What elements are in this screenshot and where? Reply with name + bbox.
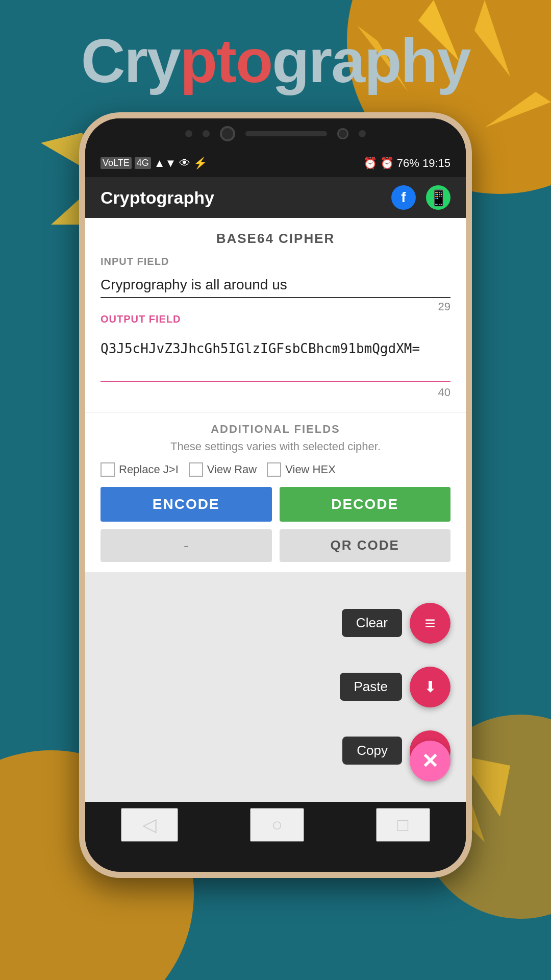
signal-icon: ▲▼: [154, 157, 177, 170]
input-char-count: 29: [101, 300, 450, 313]
battery-level: ⏰ 76% 19:15: [380, 157, 450, 170]
additional-desc: These settings varies with selected ciph…: [101, 440, 450, 453]
page-title: Cryptography: [0, 26, 551, 96]
encode-button[interactable]: ENCODE: [101, 487, 272, 522]
recent-button[interactable]: □: [376, 808, 430, 842]
dash-qr-row: - QR CODE: [101, 529, 450, 562]
additional-section: ADDITIONAL FIELDS These settings varies …: [85, 412, 466, 572]
app-bar: Cryptography f 📱: [85, 177, 466, 218]
screen-wrapper: VoLTE 4G ▲▼ 👁 ⚡ ⏰ ⏰ 76% 19:15 Cryptograp…: [85, 118, 466, 872]
whatsapp-button[interactable]: 📱: [426, 185, 450, 210]
checkbox-replace-label: Replace J>I: [119, 463, 179, 476]
notch-area: [85, 118, 466, 149]
output-char-count: 40: [101, 386, 450, 399]
cipher-title: BASE64 CIPHER: [101, 231, 450, 247]
checkbox-view-hex-box[interactable]: [267, 462, 281, 477]
status-left: VoLTE 4G ▲▼ 👁 ⚡: [101, 157, 207, 170]
usb-icon: ⚡: [193, 157, 207, 170]
fab-area: Clear ≡ Paste ⬇ Copy 📋: [85, 572, 466, 802]
clear-fab-button[interactable]: ≡: [410, 603, 450, 644]
input-field-label: INPUT FIELD: [101, 256, 450, 267]
clear-label[interactable]: Clear: [342, 609, 402, 637]
facebook-icon: f: [401, 189, 406, 206]
close-fab-button[interactable]: ✕: [410, 741, 450, 781]
notch-dot-1: [185, 130, 192, 137]
output-field[interactable]: Q3J5cHJvZ3JhcGh5IGlzIGFsbCBhcm91bmQgdXM=: [101, 335, 450, 382]
qr-code-button[interactable]: QR CODE: [280, 529, 451, 562]
paste-fab-button[interactable]: ⬇: [410, 667, 450, 707]
home-button[interactable]: ○: [250, 808, 304, 842]
checkbox-view-raw-label: View Raw: [207, 463, 257, 476]
dash-button[interactable]: -: [101, 529, 272, 562]
facebook-button[interactable]: f: [391, 185, 416, 210]
output-field-label: OUTPUT FIELD: [101, 313, 450, 325]
checkbox-replace-box[interactable]: [101, 462, 115, 477]
front-camera: [220, 126, 235, 141]
encode-decode-row: ENCODE DECODE: [101, 487, 450, 522]
close-icon: ✕: [421, 749, 439, 773]
input-field[interactable]: [101, 273, 450, 298]
title-pto: pto: [180, 27, 272, 95]
status-bar: VoLTE 4G ▲▼ 👁 ⚡ ⏰ ⏰ 76% 19:15: [85, 149, 466, 177]
whatsapp-icon: 📱: [429, 189, 448, 207]
paste-fab-row: Paste ⬇: [340, 667, 451, 707]
main-card: BASE64 CIPHER INPUT FIELD 29 OUTPUT FIEL…: [85, 218, 466, 412]
checkboxes-row: Replace J>I View Raw View HEX: [101, 462, 450, 477]
notch-dot-3: [359, 130, 366, 137]
checkbox-replace[interactable]: Replace J>I: [101, 462, 179, 477]
title-cry: Cry: [81, 27, 180, 95]
phone-frame: VoLTE 4G ▲▼ 👁 ⚡ ⏰ ⏰ 76% 19:15 Cryptograp…: [79, 112, 472, 878]
checkbox-view-hex[interactable]: View HEX: [267, 462, 336, 477]
notch-dot-2: [203, 130, 210, 137]
nav-bar: ◁ ○ □: [85, 802, 466, 848]
paste-icon: ⬇: [424, 678, 437, 696]
checkbox-view-raw[interactable]: View Raw: [189, 462, 257, 477]
paste-label[interactable]: Paste: [340, 673, 403, 701]
checkbox-view-raw-box[interactable]: [189, 462, 203, 477]
app-bar-icons: f 📱: [391, 185, 450, 210]
checkbox-view-hex-label: View HEX: [285, 463, 336, 476]
app-bar-title: Cryptography: [101, 188, 214, 208]
decode-button[interactable]: DECODE: [280, 487, 451, 522]
network-icon: 4G: [135, 157, 151, 169]
additional-title: ADDITIONAL FIELDS: [101, 423, 450, 436]
phone-inner: VoLTE 4G ▲▼ 👁 ⚡ ⏰ ⏰ 76% 19:15 Cryptograp…: [85, 118, 466, 872]
eye-icon: 👁: [179, 157, 190, 170]
clear-fab-row: Clear ≡: [342, 603, 450, 644]
title-graphy: graphy: [272, 27, 470, 95]
volte-icon: VoLTE: [101, 157, 132, 169]
status-right: ⏰ ⏰ 76% 19:15: [363, 157, 450, 170]
clear-icon: ≡: [424, 612, 435, 634]
svg-marker-4: [485, 92, 551, 128]
top-camera: [337, 128, 348, 139]
copy-label[interactable]: Copy: [342, 737, 402, 765]
notch-speaker: [245, 131, 327, 136]
back-button[interactable]: ◁: [121, 808, 178, 842]
alarm-icon: ⏰: [363, 157, 377, 170]
